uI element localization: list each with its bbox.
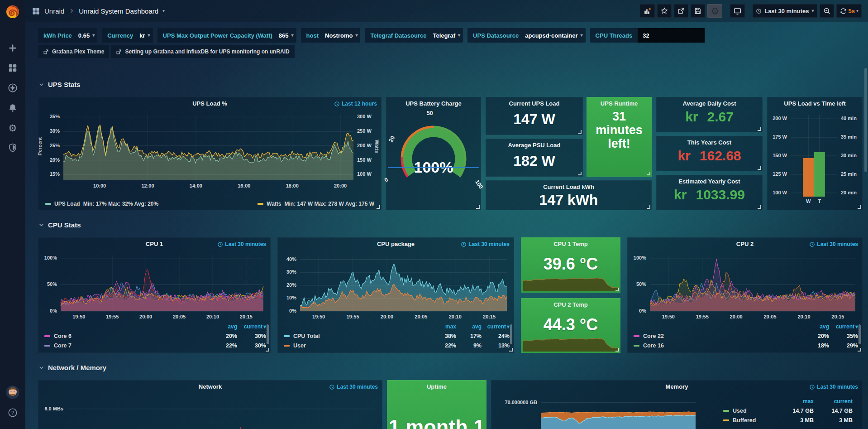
- panel-cpu1[interactable]: CPU 1 Last 30 minutes 0%50%100%19:5019:5…: [38, 237, 271, 353]
- panel-estimated-yearly-cost[interactable]: Estimated Yearly Cost kr1033.99: [656, 175, 763, 210]
- legend-col-header[interactable]: current: [482, 323, 510, 330]
- cycle-view-tv-button[interactable]: [730, 4, 745, 18]
- link-grafana-plex-theme[interactable]: Grafana Plex Theme: [38, 45, 109, 58]
- share-button[interactable]: [674, 4, 688, 18]
- add-panel-button[interactable]: [640, 4, 655, 18]
- variable-value-dropdown[interactable]: apcupsd-container▾: [524, 32, 585, 39]
- page-scrollbar[interactable]: [864, 68, 867, 172]
- panel-time-range[interactable]: Last 30 minutes: [809, 384, 858, 390]
- user-avatar[interactable]: [6, 386, 19, 399]
- y-axis-tick: 15%: [50, 171, 60, 177]
- cpu-package-chart[interactable]: 0%10%20%30%40%19:5019:5520:0020:0520:102…: [300, 255, 507, 311]
- cpu1-chart[interactable]: 0%50%100%19:5019:5520:0020:0520:1020:15: [61, 255, 263, 311]
- section-network-memory[interactable]: Network / Memory: [38, 362, 863, 373]
- panel-cpu2[interactable]: CPU 2 Last 30 minutes 0%50%100%19:5019:5…: [627, 237, 863, 353]
- link-ups-monitoring-guide[interactable]: Setting up Grafana and InfluxDB for UPS …: [111, 45, 294, 58]
- ups-stats-row: UPS Load % Last 12 hours 15%100 W20%150 …: [38, 97, 863, 210]
- network-chart[interactable]: 2.0 MBs4.0 MBs6.0 MBs: [67, 398, 375, 429]
- dashboard-grid-icon: [32, 7, 40, 15]
- variable-value-dropdown[interactable]: 0.65▾: [77, 32, 97, 39]
- cpu2-chart[interactable]: 0%50%100%19:5019:5520:0020:0520:1020:15: [650, 255, 855, 311]
- variable-value-dropdown[interactable]: 865▾: [278, 32, 296, 39]
- panel-time-range[interactable]: Last 30 minutes: [809, 241, 858, 247]
- legend-scrollbar[interactable]: [858, 324, 861, 344]
- cpu-threads-input[interactable]: [638, 28, 705, 43]
- legend-col-header[interactable]: max: [431, 323, 456, 330]
- legend-col-header[interactable]: avg: [800, 323, 829, 330]
- ups-load-chart[interactable]: 15%100 W20%150 W25%200 W30%250 W35%300 W…: [63, 114, 353, 180]
- legend-row[interactable]: User 22% 9% 13%: [284, 341, 510, 350]
- panel-title[interactable]: UPS Load %: [38, 97, 382, 107]
- dashboard-settings-button[interactable]: ⚙: [707, 4, 722, 18]
- legend-entry[interactable]: UPS Load Min: 17% Max: 32% Avg: 20%: [45, 201, 158, 207]
- legend-row[interactable]: CPU Total 38% 17% 24%: [284, 331, 510, 341]
- grafana-logo-icon[interactable]: [5, 4, 21, 20]
- y-axis-tick: 0%: [639, 308, 646, 313]
- zoom-out-button[interactable]: [820, 4, 834, 18]
- variable-value-dropdown[interactable]: Telegraf▾: [432, 32, 463, 39]
- panel-average-psu-load[interactable]: Average PSU Load 182 W: [486, 139, 583, 177]
- legend-row[interactable]: Used 14.7 GB 14.7 GB: [723, 406, 853, 415]
- help-icon[interactable]: ?: [7, 407, 18, 418]
- breadcrumb-folder[interactable]: Unraid: [44, 7, 64, 15]
- legend-col-header[interactable]: avg: [456, 323, 482, 330]
- server-admin-shield-icon[interactable]: [7, 142, 18, 153]
- variable-value-dropdown[interactable]: Nostromo▾: [324, 32, 360, 39]
- explore-compass-icon[interactable]: [7, 82, 18, 93]
- legend-scrollbar[interactable]: [510, 324, 512, 344]
- y-axis-tick: 20%: [286, 282, 296, 288]
- panel-memory[interactable]: Memory Last 30 minutes 50.000000 GB60.00…: [491, 380, 863, 429]
- chevron-down-icon[interactable]: ▾: [162, 9, 165, 13]
- cpu_temp_spark-svg: [523, 333, 618, 352]
- refresh-interval[interactable]: 5s: [849, 8, 855, 14]
- panel-current-load-kwh[interactable]: Current Load kWh 147 kWh: [486, 180, 652, 210]
- legend-col-header[interactable]: current: [814, 398, 853, 405]
- legend-col-header[interactable]: avg: [208, 323, 237, 330]
- section-ups-stats[interactable]: UPS Stats: [38, 79, 863, 90]
- y2-axis-tick: 40 min: [841, 116, 857, 121]
- variable-value-dropdown[interactable]: kr▾: [138, 32, 153, 39]
- panel-average-daily-cost[interactable]: Average Daily Cost kr2.67: [656, 97, 763, 132]
- section-cpu-stats[interactable]: CPU Stats: [38, 219, 863, 230]
- panel-current-ups-load[interactable]: Current UPS Load 147 W: [486, 97, 583, 135]
- legend-scrollbar[interactable]: [267, 324, 269, 344]
- alerting-bell-icon[interactable]: [7, 102, 18, 113]
- panel-cpu2-temp[interactable]: CPU 2 Temp 44.3 °C: [521, 298, 620, 353]
- dashboards-icon[interactable]: [7, 63, 18, 73]
- breadcrumb-title[interactable]: Unraid System Dashboard: [79, 7, 158, 15]
- panel-time-range[interactable]: Last 30 minutes: [217, 241, 266, 247]
- configuration-gear-icon[interactable]: ⚙: [7, 122, 18, 133]
- panel-uptime[interactable]: Uptime 1 month 1: [387, 380, 486, 429]
- panel-ups-load-vs-time-left[interactable]: UPS Load vs Time left 100 W20 min125 W25…: [767, 97, 863, 210]
- panel-this-years-cost[interactable]: This Years Cost kr162.68: [656, 136, 763, 171]
- legend-col-header[interactable]: current: [237, 323, 266, 330]
- legend-row[interactable]: Core 7 22% 30%: [44, 341, 266, 350]
- save-button[interactable]: [691, 4, 705, 18]
- time-range-picker[interactable]: Last 30 minutes ▾: [753, 4, 817, 18]
- panel-time-range[interactable]: Last 12 hours: [334, 101, 377, 107]
- panel-title[interactable]: Memory: [491, 380, 863, 390]
- panel-ups-runtime[interactable]: UPS Runtime 31 minutes left!: [587, 97, 652, 177]
- legend-col-header[interactable]: current: [829, 323, 858, 330]
- legend-row[interactable]: Core 22 20% 35%: [634, 331, 858, 341]
- legend-col-header[interactable]: max: [775, 398, 814, 405]
- star-button[interactable]: [657, 4, 672, 18]
- memory-chart[interactable]: 50.000000 GB60.000000 GB70.000000 GB: [541, 399, 696, 429]
- legend-row[interactable]: Buffered 3 MB 3 MB: [723, 415, 853, 425]
- panel-network[interactable]: Network Last 30 minutes 2.0 MBs4.0 MBs6.…: [38, 380, 382, 429]
- legend-entry[interactable]: Watts Min: 147 W Max: 278 W Avg: 175 W: [258, 201, 374, 207]
- ups-bar-chart[interactable]: 100 W20 min125 W25 min150 W30 min175 W35…: [791, 115, 837, 197]
- panel-ups-battery-charge[interactable]: UPS Battery Charge 0 20 50 100 100%: [386, 97, 481, 210]
- legend-row[interactable]: Core 6 20% 30%: [44, 331, 266, 341]
- panel-title[interactable]: UPS Battery Charge: [386, 97, 481, 107]
- create-plus-icon[interactable]: [7, 43, 18, 53]
- panel-cpu-package[interactable]: CPU package Last 30 minutes 0%10%20%30%4…: [277, 237, 514, 353]
- stat-value: 1 month 1: [387, 415, 486, 429]
- panel-ups-load[interactable]: UPS Load % Last 12 hours 15%100 W20%150 …: [38, 97, 382, 210]
- panel-time-range[interactable]: Last 30 minutes: [461, 241, 510, 247]
- panel-cpu1-temp[interactable]: CPU 1 Temp 39.6 °C: [521, 237, 620, 293]
- y2-axis-tick: 20 min: [841, 190, 857, 195]
- panel-time-range[interactable]: Last 30 minutes: [329, 384, 378, 390]
- legend-row[interactable]: Core 16 18% 29%: [634, 341, 858, 350]
- refresh-button[interactable]: 5s ▾: [836, 4, 862, 18]
